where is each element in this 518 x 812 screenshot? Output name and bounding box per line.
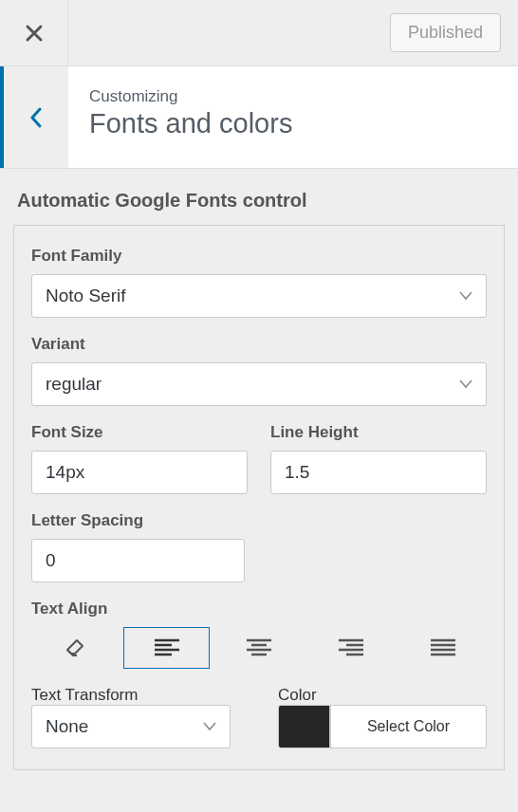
caret-down-icon <box>459 291 472 301</box>
color-field: Color Select Color <box>278 686 487 748</box>
text-align-label: Text Align <box>31 600 487 618</box>
line-height-input[interactable] <box>270 451 487 494</box>
text-transform-select[interactable]: None <box>31 705 231 748</box>
variant-field: Variant regular <box>31 335 487 406</box>
align-center-icon <box>247 638 271 657</box>
content: Automatic Google Fonts control Font Fami… <box>0 169 518 791</box>
align-left-icon <box>155 638 179 657</box>
size-height-row: Font Size Line Height <box>31 423 487 494</box>
line-height-value[interactable] <box>285 462 472 483</box>
line-height-label: Line Height <box>270 423 487 442</box>
font-size-value[interactable] <box>46 462 233 483</box>
letter-spacing-input[interactable] <box>31 539 245 582</box>
letter-spacing-value[interactable] <box>46 550 231 571</box>
back-button[interactable] <box>0 66 68 168</box>
letter-spacing-label: Letter Spacing <box>31 511 487 530</box>
eraser-icon <box>64 638 86 657</box>
top-bar: Published <box>0 0 518 66</box>
section-title: Automatic Google Fonts control <box>17 190 505 212</box>
caret-down-icon <box>203 722 216 731</box>
text-align-justify-button[interactable] <box>400 627 487 669</box>
text-align-left-button[interactable] <box>123 627 210 669</box>
text-align-right-button[interactable] <box>308 627 395 669</box>
font-size-input[interactable] <box>31 451 248 494</box>
text-transform-label: Text Transform <box>31 686 138 704</box>
page-title: Fonts and colors <box>89 108 292 139</box>
caret-down-icon <box>459 379 472 389</box>
variant-label: Variant <box>31 335 487 354</box>
color-label: Color <box>278 686 317 704</box>
font-family-field: Font Family Noto Serif <box>31 247 487 318</box>
color-picker[interactable]: Select Color <box>278 705 487 748</box>
letter-spacing-field: Letter Spacing <box>31 511 487 582</box>
text-align-inherit-button[interactable] <box>31 627 118 669</box>
close-icon <box>25 24 44 43</box>
text-transform-field: Text Transform None <box>31 686 255 748</box>
variant-value: regular <box>46 374 102 395</box>
variant-select[interactable]: regular <box>31 362 487 406</box>
transform-color-row: Text Transform None Color Select Color <box>31 686 487 748</box>
line-height-field: Line Height <box>270 423 487 494</box>
font-family-value: Noto Serif <box>46 286 125 306</box>
font-family-select[interactable]: Noto Serif <box>31 274 487 318</box>
chevron-left-icon <box>29 107 43 128</box>
header-titles: Customizing Fonts and colors <box>68 66 313 168</box>
text-align-field: Text Align <box>31 600 487 669</box>
text-align-buttons <box>31 627 487 669</box>
section-header: Customizing Fonts and colors <box>0 66 518 169</box>
header-eyebrow: Customizing <box>89 87 292 106</box>
color-swatch <box>279 706 330 747</box>
published-button[interactable]: Published <box>390 13 501 52</box>
text-align-center-button[interactable] <box>215 627 302 669</box>
text-transform-value: None <box>46 716 88 737</box>
typography-panel: Font Family Noto Serif Variant regular F… <box>13 225 505 770</box>
font-family-label: Font Family <box>31 247 487 266</box>
font-size-field: Font Size <box>31 423 248 494</box>
align-justify-icon <box>431 638 455 657</box>
font-size-label: Font Size <box>31 423 248 442</box>
select-color-button[interactable]: Select Color <box>330 706 486 747</box>
align-right-icon <box>339 638 363 657</box>
close-button[interactable] <box>0 0 68 66</box>
